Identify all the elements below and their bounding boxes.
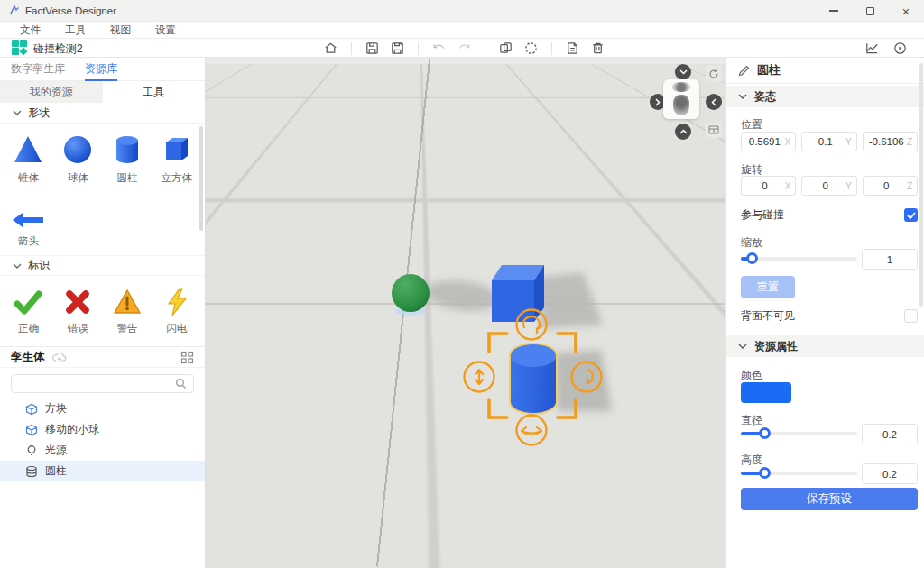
shape-item-arrow[interactable]: 箭头 xyxy=(4,206,53,253)
tab-tools[interactable]: 工具 xyxy=(103,81,206,103)
backface-checkbox[interactable] xyxy=(904,309,918,323)
section-shapes[interactable]: 形状 xyxy=(0,103,205,124)
diameter-input[interactable] xyxy=(863,425,917,444)
scene-sphere xyxy=(392,274,430,312)
warning-icon xyxy=(112,287,143,317)
marker-item-warning[interactable]: 警告 xyxy=(103,283,152,341)
section-pose[interactable]: 姿态 xyxy=(726,86,924,107)
marker-item-lightning[interactable]: 闪电 xyxy=(152,283,201,341)
search-icon[interactable] xyxy=(175,378,187,389)
sidebar: 数字孪生库 资源库 我的资源 工具 形状 锥体 球体 圆柱 xyxy=(0,58,206,568)
section-resource-attrs[interactable]: 资源属性 xyxy=(726,335,924,357)
focus-icon[interactable] xyxy=(523,41,539,56)
twin-search xyxy=(11,374,194,393)
sidebar-scrollbar[interactable] xyxy=(199,126,203,231)
maximize-button[interactable] xyxy=(852,0,888,22)
viewport-3d[interactable] xyxy=(206,58,725,568)
titlebar: FactVerse Designer × xyxy=(0,0,924,22)
duplicate-icon[interactable] xyxy=(498,41,513,56)
layout-grid-button[interactable] xyxy=(706,122,722,138)
close-button[interactable]: × xyxy=(888,0,924,22)
view-rotate-left-button[interactable] xyxy=(706,94,722,110)
twin-item-cylinder[interactable]: 圆柱 xyxy=(0,461,205,481)
cone-icon xyxy=(11,133,45,167)
reset-view-button[interactable] xyxy=(706,66,722,82)
sphere-icon xyxy=(60,133,95,167)
toolbar-separator xyxy=(485,42,485,55)
save-as-icon[interactable] xyxy=(390,41,405,56)
twin-item-light-source[interactable]: 光源 xyxy=(0,440,205,461)
diameter-slider[interactable] xyxy=(741,432,857,435)
lightning-icon xyxy=(162,287,192,317)
minimize-button[interactable] xyxy=(816,0,852,22)
tab-digital-twin-library[interactable]: 数字孪生库 xyxy=(11,58,65,81)
color-label: 颜色 xyxy=(741,368,762,383)
gizmo-move-horizontal-handle xyxy=(517,416,547,445)
save-icon[interactable] xyxy=(365,41,380,56)
marker-item-correct[interactable]: 正确 xyxy=(4,283,53,341)
twin-item-block[interactable]: 方块 xyxy=(0,399,205,419)
scale-slider[interactable] xyxy=(741,257,857,261)
scale-input[interactable] xyxy=(863,250,917,269)
rotation-x-input[interactable] xyxy=(746,180,783,191)
toolbar-separator xyxy=(418,42,419,55)
reset-button[interactable]: 重置 xyxy=(741,276,795,298)
cube-outline-icon xyxy=(25,424,38,436)
check-icon xyxy=(13,287,43,317)
menu-view[interactable]: 视图 xyxy=(110,23,131,37)
chevron-down-icon xyxy=(738,344,747,349)
rotation-z-input[interactable] xyxy=(868,180,905,191)
menubar: 文件 工具 视图 设置 xyxy=(0,22,924,39)
cloud-upload-icon[interactable] xyxy=(52,352,67,363)
delete-icon[interactable] xyxy=(590,41,605,56)
view-orientation-cube[interactable] xyxy=(663,79,699,119)
section-markers[interactable]: 标识 xyxy=(0,255,205,276)
collision-checkbox[interactable] xyxy=(904,208,918,222)
tab-my-resources[interactable]: 我的资源 xyxy=(0,81,103,103)
twin-item-moving-ball[interactable]: 移动的小球 xyxy=(0,419,205,440)
shape-item-cylinder[interactable]: 圆柱 xyxy=(103,129,152,190)
cylinder-shadow xyxy=(554,350,612,411)
toolbar: 碰撞检测2 xyxy=(0,39,924,58)
position-z-input[interactable] xyxy=(868,136,905,147)
shape-item-cone[interactable]: 锥体 xyxy=(4,129,53,190)
shape-item-sphere[interactable]: 球体 xyxy=(53,129,103,190)
color-swatch[interactable] xyxy=(741,382,791,403)
menu-settings[interactable]: 设置 xyxy=(155,23,176,37)
search-input[interactable] xyxy=(18,379,175,389)
height-input[interactable] xyxy=(863,464,917,483)
position-label: 位置 xyxy=(741,117,762,133)
structure-view-icon[interactable] xyxy=(180,351,194,364)
shape-item-cube[interactable]: 立方体 xyxy=(152,129,201,190)
inspector-panel: 圆柱 姿态 位置 X Y Z 旋转 X Y Z 参与碰撞 缩放 重置 背面不可见… xyxy=(725,58,924,568)
save-preset-button[interactable]: 保存预设 xyxy=(741,488,918,510)
toolbar-separator xyxy=(351,42,352,55)
view-rotate-up-button[interactable] xyxy=(675,124,691,140)
home-icon[interactable] xyxy=(323,41,338,56)
tab-resource-library[interactable]: 资源库 xyxy=(85,58,117,81)
cube-outline-icon xyxy=(25,403,38,416)
backface-label: 背面不可见 xyxy=(741,308,795,324)
menu-file[interactable]: 文件 xyxy=(20,23,41,37)
view-rotate-down-button[interactable] xyxy=(675,64,691,80)
chart-icon[interactable] xyxy=(864,41,880,56)
chevron-down-icon xyxy=(738,94,747,99)
scene-objects xyxy=(206,58,725,568)
export-document-icon[interactable] xyxy=(565,41,580,56)
rotation-y-input[interactable] xyxy=(807,180,844,191)
inspector-scrollbar[interactable] xyxy=(919,63,923,307)
twin-section-title: 孪生体 xyxy=(11,350,45,365)
cylinder-outline-icon xyxy=(25,465,38,478)
marker-item-error[interactable]: 错误 xyxy=(53,283,103,341)
height-slider[interactable] xyxy=(741,472,857,475)
edit-pencil-icon[interactable] xyxy=(738,65,750,77)
scene-cylinder xyxy=(510,344,557,414)
collision-label: 参与碰撞 xyxy=(741,207,784,223)
position-y-input[interactable] xyxy=(807,136,844,147)
run-preview-icon[interactable] xyxy=(892,41,908,56)
redo-icon[interactable] xyxy=(457,41,472,56)
position-x-input[interactable] xyxy=(746,136,783,147)
undo-icon[interactable] xyxy=(431,41,447,56)
bulb-icon xyxy=(25,444,38,457)
menu-tools[interactable]: 工具 xyxy=(65,23,86,37)
